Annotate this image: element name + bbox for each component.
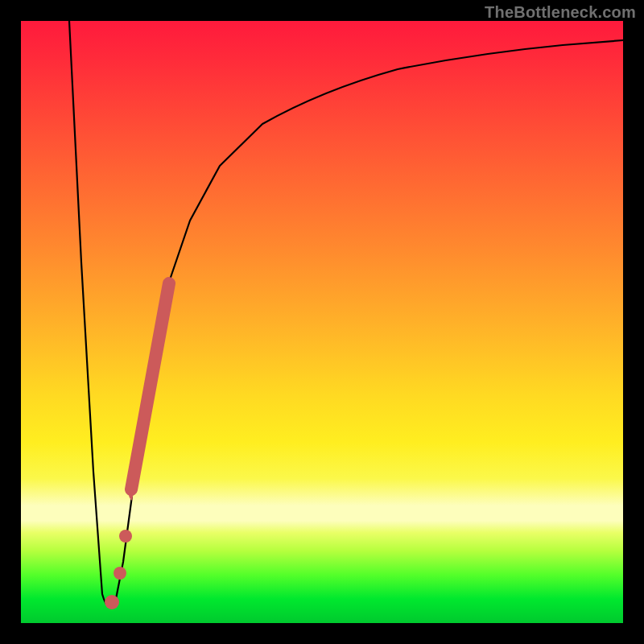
bottleneck-curve — [69, 21, 623, 607]
plot-area — [21, 21, 623, 623]
highlight-dot-3 — [105, 595, 119, 609]
highlight-segment-line — [131, 283, 169, 489]
highlight-dot-2 — [114, 567, 126, 580]
chart-stage: TheBottleneck.com — [0, 0, 644, 644]
highlight-dot-1 — [119, 530, 132, 543]
watermark-text: TheBottleneck.com — [485, 3, 636, 22]
plot-svg — [21, 21, 623, 623]
